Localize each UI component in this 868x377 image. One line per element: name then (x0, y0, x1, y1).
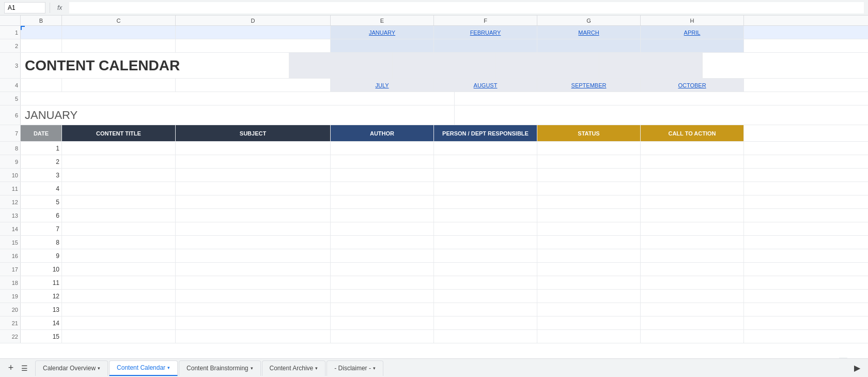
col-header-e[interactable]: E (331, 16, 434, 25)
cell-d12[interactable] (176, 195, 331, 208)
cell-f20[interactable] (434, 303, 537, 316)
cell-h15[interactable] (641, 236, 744, 249)
cell-d9[interactable] (176, 155, 331, 168)
cell-h4[interactable]: OCTOBER (641, 79, 744, 92)
cell-e21[interactable] (331, 316, 434, 329)
tab-calendar-overview-dropdown[interactable]: ▾ (98, 366, 100, 371)
day-13[interactable]: 13 (21, 303, 62, 316)
day-2[interactable]: 2 (21, 155, 62, 168)
col-header-f[interactable]: F (434, 16, 537, 25)
row-1[interactable]: 1 JANUARY FEBRUARY MARCH APRIL (0, 26, 868, 39)
cell-d8[interactable] (176, 142, 331, 155)
cell-e22[interactable] (331, 330, 434, 343)
cell-g15[interactable] (537, 236, 641, 249)
cell-h13[interactable] (641, 209, 744, 222)
tab-content-calendar-dropdown[interactable]: ▾ (167, 365, 170, 370)
cell-b3-title[interactable]: CONTENT CALENDAR (21, 53, 289, 78)
cell-e19[interactable] (331, 290, 434, 303)
cell-e2[interactable] (331, 39, 434, 52)
cell-c10[interactable] (62, 169, 176, 182)
cell-d10[interactable] (176, 169, 331, 182)
cell-h17[interactable] (641, 263, 744, 276)
cell-f8[interactable] (434, 142, 537, 155)
data-row-20[interactable]: 20 13 (0, 303, 868, 316)
day-15[interactable]: 15 (21, 330, 62, 343)
cell-f12[interactable] (434, 195, 537, 208)
data-row-16[interactable]: 16 9 (0, 249, 868, 263)
cell-c21[interactable] (62, 316, 176, 329)
row-3[interactable]: 3 CONTENT CALENDAR (0, 53, 868, 79)
cell-h9[interactable] (641, 155, 744, 168)
cell-g13[interactable] (537, 209, 641, 222)
cell-e18[interactable] (331, 276, 434, 289)
cell-d11[interactable] (176, 182, 331, 195)
day-8[interactable]: 8 (21, 236, 62, 249)
cell-e15[interactable] (331, 236, 434, 249)
cell-h21[interactable] (641, 316, 744, 329)
day-12[interactable]: 12 (21, 290, 62, 303)
data-row-14[interactable]: 14 7 (0, 222, 868, 236)
january-link[interactable]: JANUARY (333, 29, 431, 36)
february-link[interactable]: FEBRUARY (436, 29, 535, 36)
cell-g1[interactable]: MARCH (537, 26, 641, 39)
cell-h12[interactable] (641, 195, 744, 208)
cell-g21[interactable] (537, 316, 641, 329)
cell-c17[interactable] (62, 263, 176, 276)
cell-f19[interactable] (434, 290, 537, 303)
cell-e12[interactable] (331, 195, 434, 208)
cell-g17[interactable] (537, 263, 641, 276)
cell-f16[interactable] (434, 249, 537, 262)
cell-d4[interactable] (176, 79, 331, 92)
cell-h18[interactable] (641, 276, 744, 289)
july-link[interactable]: JULY (333, 82, 431, 88)
cell-d15[interactable] (176, 236, 331, 249)
cell-d20[interactable] (176, 303, 331, 316)
row-2[interactable]: 2 (0, 39, 868, 53)
cell-f13[interactable] (434, 209, 537, 222)
cell-d1[interactable] (176, 26, 331, 39)
cell-h2[interactable] (641, 39, 744, 52)
cell-g9[interactable] (537, 155, 641, 168)
cell-g19[interactable] (537, 290, 641, 303)
cell-g22[interactable] (537, 330, 641, 343)
cell-e10[interactable] (331, 169, 434, 182)
cell-c22[interactable] (62, 330, 176, 343)
cell-c12[interactable] (62, 195, 176, 208)
row-6[interactable]: 6 JANUARY (0, 105, 868, 125)
cell-h11[interactable] (641, 182, 744, 195)
cell-d13[interactable] (176, 209, 331, 222)
cell-f21[interactable] (434, 316, 537, 329)
cell-c11[interactable] (62, 182, 176, 195)
cell-d17[interactable] (176, 263, 331, 276)
cell-f2[interactable] (434, 39, 537, 52)
data-row-12[interactable]: 12 5 (0, 195, 868, 209)
cell-g12[interactable] (537, 195, 641, 208)
cell-d16[interactable] (176, 249, 331, 262)
cell-f15[interactable] (434, 236, 537, 249)
cell-c20[interactable] (62, 303, 176, 316)
col-header-c[interactable]: C (62, 16, 176, 25)
september-link[interactable]: SEPTEMBER (539, 82, 638, 88)
cell-d22[interactable] (176, 330, 331, 343)
col-header-h[interactable]: H (641, 16, 744, 25)
data-row-17[interactable]: 17 10 (0, 263, 868, 276)
day-3[interactable]: 3 (21, 169, 62, 182)
tab-calendar-overview[interactable]: Calendar Overview ▾ (35, 360, 108, 376)
cell-h22[interactable] (641, 330, 744, 343)
data-row-18[interactable]: 18 11 (0, 276, 868, 290)
sheet-list-button[interactable]: ☰ (18, 361, 31, 375)
col-header-d[interactable]: D (176, 16, 331, 25)
cell-f4[interactable]: AUGUST (434, 79, 537, 92)
cell-g14[interactable] (537, 222, 641, 235)
data-row-19[interactable]: 19 12 (0, 290, 868, 303)
tab-content-brainstorming-dropdown[interactable]: ▾ (251, 366, 253, 371)
cell-e20[interactable] (331, 303, 434, 316)
cell-h10[interactable] (641, 169, 744, 182)
day-1[interactable]: 1 (21, 142, 62, 155)
col-header-b[interactable]: B (21, 16, 62, 25)
tab-content-calendar[interactable]: Content Calendar ▾ (109, 360, 178, 376)
day-4[interactable]: 4 (21, 182, 62, 195)
cell-g8[interactable] (537, 142, 641, 155)
tab-content-archive-dropdown[interactable]: ▾ (315, 366, 318, 371)
day-5[interactable]: 5 (21, 195, 62, 208)
